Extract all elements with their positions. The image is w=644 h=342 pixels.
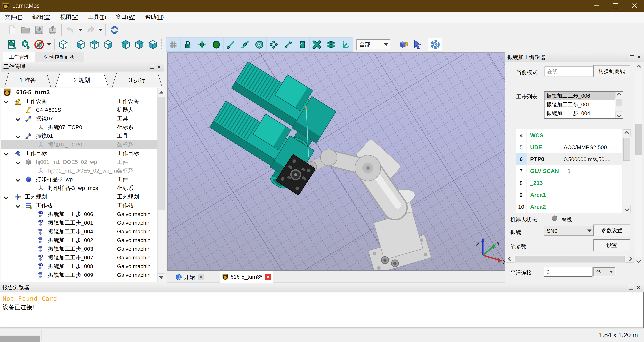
- scroll-down-button[interactable]: [615, 112, 623, 118]
- tree-item-14[interactable]: 振镜加工工步_006Galvo machin: [1, 210, 165, 218]
- new-file-button[interactable]: [5, 23, 19, 37]
- scroll-left-button[interactable]: [506, 255, 514, 262]
- step-list-item-0[interactable]: 振镜加工工步_006: [544, 92, 623, 100]
- stage-tab-3[interactable]: 3 执行: [112, 72, 163, 88]
- scroll-thumb[interactable]: [158, 97, 165, 210]
- tree-item-8[interactable]: hj001_m1_DOE5_02_wp工件: [1, 158, 165, 166]
- redo-button[interactable]: [84, 23, 97, 37]
- program-scrollbar[interactable]: [623, 129, 631, 213]
- expand-arrow-icon[interactable]: [16, 160, 20, 165]
- tree-item-2[interactable]: C4-A601S机器人: [1, 106, 165, 114]
- snap-point-set-button[interactable]: [266, 38, 281, 51]
- snap-pattern-button[interactable]: [324, 38, 338, 51]
- menu-t[interactable]: 工具(T): [84, 12, 111, 22]
- scroll-up-button[interactable]: [615, 92, 623, 98]
- menu-h[interactable]: 帮助(H): [140, 12, 168, 22]
- menu-e[interactable]: 编辑(E): [28, 12, 56, 22]
- tree-item-21[interactable]: 振镜加工工步_009Galvo machin: [1, 270, 165, 279]
- view-top-button[interactable]: [88, 38, 101, 51]
- program-row-5[interactable]: 5UDEACC/MMPS2,500....: [516, 141, 622, 153]
- zoom-select-button[interactable]: [19, 38, 32, 51]
- expand-arrow-icon[interactable]: [4, 99, 8, 104]
- tree-item-5[interactable]: 振镜01工具: [1, 132, 165, 140]
- redo-dropdown-button[interactable]: [97, 23, 104, 37]
- expand-arrow-icon[interactable]: [4, 194, 8, 200]
- pick-cursor-button[interactable]: [410, 38, 424, 51]
- parameter-settings-button[interactable]: 参数设置: [594, 224, 630, 236]
- viewport-3d[interactable]: Z Y X: [168, 52, 505, 271]
- stage-tab-1[interactable]: 1 准备: [4, 72, 52, 88]
- close-panel-button[interactable]: ×: [636, 54, 642, 61]
- expand-arrow-icon[interactable]: [16, 134, 20, 138]
- selection-scope-select[interactable]: 全部: [356, 39, 390, 50]
- document-tab-project[interactable]: 616-5_turn3*×: [220, 271, 273, 282]
- undo-dropdown-button[interactable]: [77, 23, 84, 37]
- snap-curve-button[interactable]: [238, 38, 252, 51]
- document-tab-start[interactable]: 开始×: [172, 272, 207, 282]
- float-panel-button[interactable]: [628, 54, 636, 61]
- scroll-right-button[interactable]: [626, 255, 634, 262]
- snap-sphere-button[interactable]: [209, 38, 224, 51]
- expand-arrow-icon[interactable]: [4, 151, 8, 156]
- scroll-up-button[interactable]: [158, 88, 165, 96]
- expand-arrow-icon[interactable]: [16, 177, 20, 182]
- tree-item-0[interactable]: 616-5_turn3: [1, 88, 165, 97]
- toolbar-handle[interactable]: [161, 39, 163, 50]
- tree-scrollbar[interactable]: [158, 88, 165, 282]
- tree-item-3[interactable]: 振镜07工具: [1, 114, 165, 123]
- scroll-down-button[interactable]: [623, 205, 631, 213]
- snap-axis-button[interactable]: [281, 38, 295, 51]
- pen-settings-button[interactable]: 设置: [594, 239, 630, 251]
- panel-tab-work-manager[interactable]: 工作管理: [3, 52, 35, 62]
- close-panel-button[interactable]: ×: [155, 63, 162, 70]
- tree-item-18[interactable]: 振镜加工工步_003Galvo machin: [1, 244, 165, 253]
- program-row-7[interactable]: 7GLV SCAN1: [516, 165, 622, 177]
- galvo-select[interactable]: SN0: [544, 226, 594, 236]
- scroll-down-button[interactable]: [635, 257, 642, 265]
- program-list[interactable]: 4WCS5UDEACC/MMPS2,500....6PTP00.500000 m…: [516, 129, 622, 213]
- scroll-thumb[interactable]: [624, 138, 630, 160]
- tree-item-20[interactable]: 振镜加工工步_008Galvo machin: [1, 262, 165, 270]
- scroll-thumb[interactable]: [616, 99, 622, 106]
- close-button[interactable]: [625, 0, 644, 12]
- view-right-button[interactable]: [101, 38, 115, 51]
- program-row-9[interactable]: 9Area1: [516, 189, 622, 201]
- clip-plane-off-dropdown-button[interactable]: [46, 38, 52, 51]
- step-list-item-2[interactable]: 振镜加工工步_004: [544, 109, 623, 118]
- tree-item-15[interactable]: 振镜加工工步_001Galvo machin: [1, 218, 165, 227]
- tree-item-9[interactable]: hj001_m1_DOE5_02_wp_mcs坐标系: [1, 166, 165, 175]
- scroll-up-button[interactable]: [635, 63, 642, 71]
- close-panel-button[interactable]: ×: [635, 284, 642, 291]
- float-panel-button[interactable]: [148, 63, 155, 70]
- program-row-6[interactable]: 6PTP00.500000 m/s,50....: [516, 153, 622, 165]
- tree-item-19[interactable]: 振镜加工工步_007Galvo machin: [1, 253, 165, 262]
- tree-item-17[interactable]: 振镜加工工步_002Galvo machin: [1, 236, 165, 244]
- current-mode-input[interactable]: 在线: [544, 66, 594, 76]
- save-file-button[interactable]: [32, 23, 46, 37]
- close-tab-button[interactable]: ×: [198, 274, 204, 280]
- minimize-button[interactable]: [587, 0, 606, 12]
- step-list-item-1[interactable]: 振镜加工工步_001: [544, 100, 623, 109]
- robot-arm[interactable]: [306, 138, 432, 270]
- float-panel-button[interactable]: [628, 284, 635, 291]
- snap-grid-button[interactable]: [166, 38, 181, 51]
- maximize-button[interactable]: [606, 0, 625, 12]
- undo-button[interactable]: [64, 23, 77, 37]
- tree-item-10[interactable]: 打印样品-3_wp工件: [1, 175, 165, 184]
- tree-item-7[interactable]: 工作目标工作目标: [1, 149, 165, 158]
- snap-point-button[interactable]: [195, 38, 209, 51]
- step-list-scrollbar[interactable]: [615, 92, 623, 118]
- program-row-10[interactable]: 10Area2: [516, 201, 622, 213]
- tree-item-6[interactable]: 振镜01_TCP0坐标系: [1, 140, 165, 149]
- panel-tab-motion-control[interactable]: 运动控制面板: [35, 52, 84, 62]
- scroll-thumb[interactable]: [635, 124, 642, 155]
- step-listbox[interactable]: 振镜加工工步_006振镜加工工步_001振镜加工工步_004: [544, 91, 623, 118]
- tree-item-1[interactable]: 工作设备工作设备: [1, 97, 165, 106]
- scroll-up-button[interactable]: [623, 130, 631, 137]
- scroll-down-button[interactable]: [158, 274, 165, 282]
- view-back-button[interactable]: [132, 38, 146, 51]
- snap-line-button[interactable]: [224, 38, 238, 51]
- expand-arrow-icon[interactable]: [16, 116, 20, 121]
- tree-item-16[interactable]: 振镜加工工步_004Galvo machin: [1, 227, 165, 236]
- zoom-fit-button[interactable]: [5, 38, 19, 51]
